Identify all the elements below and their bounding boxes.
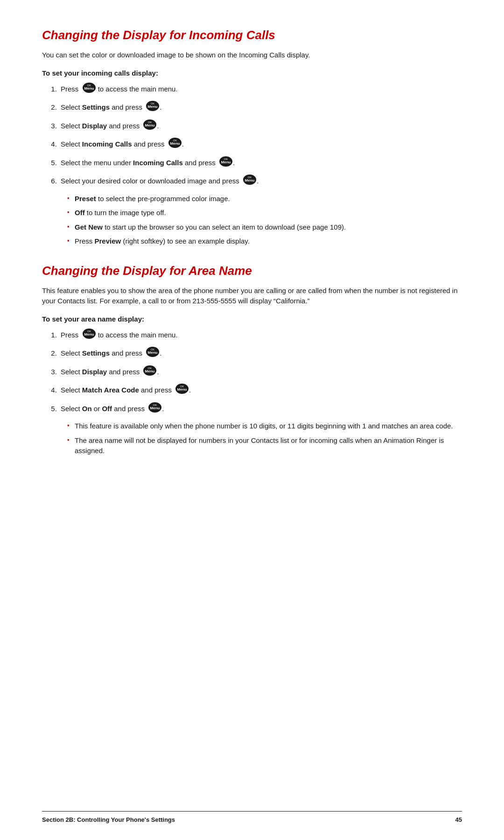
svg-text:Menu: Menu xyxy=(84,332,94,336)
menu-ok-icon-s2-2: Menu OK xyxy=(146,346,160,361)
section1-bullets: Preset to select the pre-programmed colo… xyxy=(67,194,462,247)
svg-text:OK: OK xyxy=(151,102,155,105)
bullet-1-4: Press Preview (right softkey) to see an … xyxy=(67,236,462,247)
step-1-6: Select your desired color or downloaded … xyxy=(59,175,462,247)
step-1-2-before: Select xyxy=(61,103,82,111)
svg-text:Menu: Menu xyxy=(221,160,231,164)
menu-ok-icon-s2-4: Menu OK xyxy=(175,383,189,398)
step-1-1: Press Menu OK to access the main menu. xyxy=(59,83,462,97)
svg-text:OK: OK xyxy=(148,367,152,370)
step-2-1: Press Menu OK to access the main menu. xyxy=(59,329,462,343)
menu-ok-icon-3: Menu OK xyxy=(143,119,157,133)
menu-ok-icon-s2-5: Menu OK xyxy=(148,402,162,416)
menu-ok-icon-s2-3: Menu OK xyxy=(143,365,157,379)
bullet-2-1: This feature is available only when the … xyxy=(67,421,462,432)
section2-sublabel: To set your area name display: xyxy=(42,315,462,323)
svg-text:Menu: Menu xyxy=(170,141,180,146)
step-1-1-text-before: Press xyxy=(61,85,81,93)
step-2-2-bold: Settings xyxy=(82,349,110,357)
svg-text:OK: OK xyxy=(173,139,177,142)
step-1-4-bold: Incoming Calls xyxy=(82,140,132,148)
svg-text:Menu: Menu xyxy=(148,350,158,355)
svg-text:OK: OK xyxy=(87,84,91,87)
step-2-4: Select Match Area Code and press Menu OK… xyxy=(59,384,462,398)
section1-sublabel: To set your incoming calls display: xyxy=(42,69,462,77)
section-incoming-calls: Changing the Display for Incoming Calls … xyxy=(42,28,462,247)
step-1-3: Select Display and press Menu OK . xyxy=(59,119,462,134)
svg-text:Menu: Menu xyxy=(145,369,155,373)
section1-title: Changing the Display for Incoming Calls xyxy=(42,28,462,42)
footer-section-label: Section 2B: Controlling Your Phone's Set… xyxy=(42,816,175,823)
svg-text:Menu: Menu xyxy=(150,406,160,410)
section1-steps: Press Menu OK to access the main menu. S… xyxy=(59,83,462,247)
section2-title: Changing the Display for Area Name xyxy=(42,264,462,278)
step-1-4: Select Incoming Calls and press Menu OK … xyxy=(59,138,462,152)
step-2-5: Select On or Off and press Menu OK . Thi… xyxy=(59,402,462,456)
svg-text:OK: OK xyxy=(151,348,155,351)
bullet-1-1: Preset to select the pre-programmed colo… xyxy=(67,194,462,204)
menu-ok-icon-5: Menu OK xyxy=(219,156,233,170)
menu-ok-icon-2: Menu OK xyxy=(146,100,160,115)
step-1-5: Select the menu under Incoming Calls and… xyxy=(59,156,462,171)
bullet-1-3: Get New to start up the browser so you c… xyxy=(67,222,462,233)
step-1-2: Select Settings and press Menu OK . xyxy=(59,101,462,115)
svg-text:Menu: Menu xyxy=(145,123,155,127)
section-area-name: Changing the Display for Area Name This … xyxy=(42,264,462,456)
step-2-3-bold: Display xyxy=(82,368,107,376)
bullet-2-2: The area name will not be displayed for … xyxy=(67,435,462,456)
step-1-1-text-after: to access the main menu. xyxy=(98,85,178,93)
svg-text:OK: OK xyxy=(224,158,228,161)
section2-intro: This feature enables you to show the are… xyxy=(42,286,462,307)
svg-text:Menu: Menu xyxy=(148,105,158,109)
step-1-5-bold: Incoming Calls xyxy=(133,159,183,167)
svg-text:Menu: Menu xyxy=(177,387,187,392)
step-2-5-bold-on: On xyxy=(82,405,92,413)
svg-text:Menu: Menu xyxy=(245,178,254,182)
svg-text:OK: OK xyxy=(87,330,91,333)
step-2-3: Select Display and press Menu OK . xyxy=(59,365,462,380)
menu-ok-icon-1: Menu OK xyxy=(82,82,96,97)
step-2-4-bold: Match Area Code xyxy=(82,386,139,394)
svg-text:OK: OK xyxy=(180,385,184,388)
section2-bullets: This feature is available only when the … xyxy=(67,421,462,456)
step-2-5-bold-off: Off xyxy=(102,405,112,413)
menu-ok-icon-4: Menu OK xyxy=(168,137,182,152)
svg-text:OK: OK xyxy=(248,176,252,179)
menu-ok-icon-s2-1: Menu OK xyxy=(82,328,96,343)
menu-ok-icon-6: Menu OK xyxy=(243,174,257,189)
step-1-2-bold: Settings xyxy=(82,103,110,111)
section1-intro: You can set the color or downloaded imag… xyxy=(42,50,462,61)
bullet-1-2: Off to turn the image type off. xyxy=(67,208,462,218)
step-1-3-bold: Display xyxy=(82,122,107,130)
step-2-2: Select Settings and press Menu OK . xyxy=(59,347,462,361)
svg-text:OK: OK xyxy=(153,404,157,406)
svg-text:OK: OK xyxy=(148,121,152,124)
footer-page-number: 45 xyxy=(455,816,462,823)
step-1-2-mid: and press xyxy=(110,103,144,111)
page-footer: Section 2B: Controlling Your Phone's Set… xyxy=(42,811,462,823)
section2-steps: Press Menu OK to access the main menu. S… xyxy=(59,329,462,456)
svg-text:Menu: Menu xyxy=(84,86,94,91)
